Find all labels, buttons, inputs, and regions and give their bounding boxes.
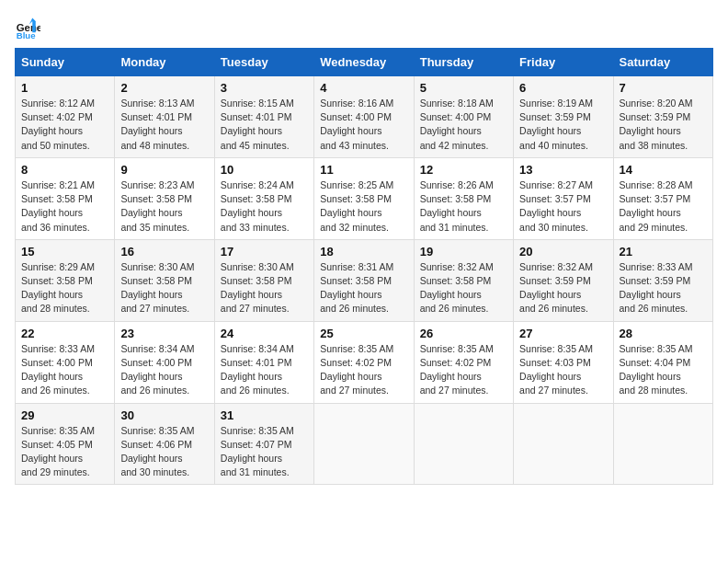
- day-detail: Sunrise: 8:26 AM Sunset: 3:58 PM Dayligh…: [420, 178, 507, 235]
- day-detail: Sunrise: 8:27 AM Sunset: 3:57 PM Dayligh…: [519, 178, 607, 235]
- calendar-cell: 24 Sunrise: 8:34 AM Sunset: 4:01 PM Dayl…: [214, 321, 313, 403]
- weekday-header-thursday: Thursday: [414, 49, 513, 76]
- day-number: 30: [120, 408, 208, 422]
- day-number: 23: [120, 327, 208, 340]
- calendar-cell: [314, 403, 414, 485]
- day-detail: Sunrise: 8:35 AM Sunset: 4:05 PM Dayligh…: [21, 424, 108, 480]
- logo-icon: Gene Blue: [15, 15, 40, 40]
- calendar-cell: 31 Sunrise: 8:35 AM Sunset: 4:07 PM Dayl…: [214, 403, 313, 485]
- day-detail: Sunrise: 8:35 AM Sunset: 4:02 PM Dayligh…: [420, 342, 507, 398]
- day-detail: Sunrise: 8:35 AM Sunset: 4:03 PM Dayligh…: [519, 342, 607, 398]
- weekday-header-friday: Friday: [514, 49, 613, 76]
- day-number: 17: [221, 245, 308, 259]
- calendar-cell: 26 Sunrise: 8:35 AM Sunset: 4:02 PM Dayl…: [414, 321, 513, 403]
- logo: Gene Blue: [15, 15, 44, 40]
- calendar-cell: 23 Sunrise: 8:34 AM Sunset: 4:00 PM Dayl…: [115, 321, 214, 403]
- day-number: 10: [221, 163, 308, 177]
- day-number: 21: [620, 245, 707, 259]
- day-detail: Sunrise: 8:30 AM Sunset: 3:58 PM Dayligh…: [221, 260, 308, 316]
- calendar-cell: 2 Sunrise: 8:13 AM Sunset: 4:01 PM Dayli…: [115, 76, 214, 158]
- calendar-cell: 21 Sunrise: 8:33 AM Sunset: 3:59 PM Dayl…: [613, 239, 712, 321]
- day-number: 26: [420, 327, 507, 340]
- calendar-cell: 16 Sunrise: 8:30 AM Sunset: 3:58 PM Dayl…: [115, 239, 214, 321]
- day-detail: Sunrise: 8:30 AM Sunset: 3:58 PM Dayligh…: [120, 260, 208, 316]
- day-detail: Sunrise: 8:21 AM Sunset: 3:58 PM Dayligh…: [21, 178, 108, 235]
- day-detail: Sunrise: 8:32 AM Sunset: 3:59 PM Dayligh…: [519, 260, 607, 316]
- calendar-cell: 19 Sunrise: 8:32 AM Sunset: 3:58 PM Dayl…: [414, 239, 513, 321]
- calendar-cell: 18 Sunrise: 8:31 AM Sunset: 3:58 PM Dayl…: [314, 239, 414, 321]
- calendar-cell: 1 Sunrise: 8:12 AM Sunset: 4:02 PM Dayli…: [16, 76, 115, 158]
- weekday-header-wednesday: Wednesday: [314, 49, 414, 76]
- calendar-week-row: 15 Sunrise: 8:29 AM Sunset: 3:58 PM Dayl…: [16, 239, 713, 321]
- calendar-cell: 9 Sunrise: 8:23 AM Sunset: 3:58 PM Dayli…: [115, 157, 214, 239]
- weekday-header-saturday: Saturday: [613, 49, 712, 76]
- calendar-cell: 5 Sunrise: 8:18 AM Sunset: 4:00 PM Dayli…: [414, 76, 513, 158]
- day-detail: Sunrise: 8:12 AM Sunset: 4:02 PM Dayligh…: [21, 97, 108, 153]
- calendar-cell: 6 Sunrise: 8:19 AM Sunset: 3:59 PM Dayli…: [514, 76, 613, 158]
- calendar-cell: 8 Sunrise: 8:21 AM Sunset: 3:58 PM Dayli…: [16, 157, 115, 239]
- calendar-cell: 14 Sunrise: 8:28 AM Sunset: 3:57 PM Dayl…: [613, 157, 712, 239]
- day-detail: Sunrise: 8:34 AM Sunset: 4:00 PM Dayligh…: [120, 342, 208, 398]
- calendar-cell: 22 Sunrise: 8:33 AM Sunset: 4:00 PM Dayl…: [16, 321, 115, 403]
- weekday-header-sunday: Sunday: [16, 49, 115, 76]
- weekday-header-monday: Monday: [115, 49, 214, 76]
- day-detail: Sunrise: 8:34 AM Sunset: 4:01 PM Dayligh…: [221, 342, 308, 398]
- day-number: 14: [620, 163, 707, 177]
- day-detail: Sunrise: 8:32 AM Sunset: 3:58 PM Dayligh…: [420, 260, 507, 316]
- calendar-week-row: 22 Sunrise: 8:33 AM Sunset: 4:00 PM Dayl…: [16, 321, 713, 403]
- calendar-header-row: SundayMondayTuesdayWednesdayThursdayFrid…: [16, 49, 713, 76]
- day-detail: Sunrise: 8:13 AM Sunset: 4:01 PM Dayligh…: [120, 97, 208, 153]
- day-detail: Sunrise: 8:35 AM Sunset: 4:06 PM Dayligh…: [120, 424, 208, 480]
- calendar-cell: 30 Sunrise: 8:35 AM Sunset: 4:06 PM Dayl…: [115, 403, 214, 485]
- day-number: 2: [120, 81, 208, 95]
- day-number: 4: [320, 81, 407, 95]
- calendar-cell: 4 Sunrise: 8:16 AM Sunset: 4:00 PM Dayli…: [314, 76, 414, 158]
- day-detail: Sunrise: 8:31 AM Sunset: 3:58 PM Dayligh…: [320, 260, 407, 316]
- calendar-cell: [414, 403, 513, 485]
- day-detail: Sunrise: 8:25 AM Sunset: 3:58 PM Dayligh…: [320, 178, 407, 235]
- day-number: 22: [21, 327, 108, 340]
- calendar-cell: 3 Sunrise: 8:15 AM Sunset: 4:01 PM Dayli…: [214, 76, 313, 158]
- calendar-week-row: 1 Sunrise: 8:12 AM Sunset: 4:02 PM Dayli…: [16, 76, 713, 158]
- calendar-cell: 13 Sunrise: 8:27 AM Sunset: 3:57 PM Dayl…: [514, 157, 613, 239]
- calendar-cell: 25 Sunrise: 8:35 AM Sunset: 4:02 PM Dayl…: [314, 321, 414, 403]
- calendar-cell: 7 Sunrise: 8:20 AM Sunset: 3:59 PM Dayli…: [613, 76, 712, 158]
- calendar-table: SundayMondayTuesdayWednesdayThursdayFrid…: [15, 48, 713, 485]
- calendar-cell: 20 Sunrise: 8:32 AM Sunset: 3:59 PM Dayl…: [514, 239, 613, 321]
- day-number: 16: [120, 245, 208, 259]
- calendar-week-row: 29 Sunrise: 8:35 AM Sunset: 4:05 PM Dayl…: [16, 403, 713, 485]
- day-detail: Sunrise: 8:15 AM Sunset: 4:01 PM Dayligh…: [221, 97, 308, 153]
- weekday-header-tuesday: Tuesday: [214, 49, 313, 76]
- day-number: 5: [420, 81, 507, 95]
- calendar-cell: 28 Sunrise: 8:35 AM Sunset: 4:04 PM Dayl…: [613, 321, 712, 403]
- day-detail: Sunrise: 8:28 AM Sunset: 3:57 PM Dayligh…: [620, 178, 707, 235]
- day-number: 28: [620, 327, 707, 340]
- calendar-cell: [613, 403, 712, 485]
- day-detail: Sunrise: 8:29 AM Sunset: 3:58 PM Dayligh…: [21, 260, 108, 316]
- day-number: 29: [21, 408, 108, 422]
- day-detail: Sunrise: 8:19 AM Sunset: 3:59 PM Dayligh…: [519, 97, 607, 153]
- day-detail: Sunrise: 8:18 AM Sunset: 4:00 PM Dayligh…: [420, 97, 507, 153]
- day-number: 12: [420, 163, 507, 177]
- day-detail: Sunrise: 8:20 AM Sunset: 3:59 PM Dayligh…: [620, 97, 707, 153]
- day-detail: Sunrise: 8:35 AM Sunset: 4:07 PM Dayligh…: [221, 424, 308, 480]
- day-number: 15: [21, 245, 108, 259]
- day-number: 20: [519, 245, 607, 259]
- day-detail: Sunrise: 8:35 AM Sunset: 4:04 PM Dayligh…: [620, 342, 707, 398]
- day-number: 7: [620, 81, 707, 95]
- calendar-cell: 15 Sunrise: 8:29 AM Sunset: 3:58 PM Dayl…: [16, 239, 115, 321]
- day-detail: Sunrise: 8:16 AM Sunset: 4:00 PM Dayligh…: [320, 97, 407, 153]
- day-number: 27: [519, 327, 607, 340]
- day-number: 9: [120, 163, 208, 177]
- day-detail: Sunrise: 8:24 AM Sunset: 3:58 PM Dayligh…: [221, 178, 308, 235]
- calendar-cell: 27 Sunrise: 8:35 AM Sunset: 4:03 PM Dayl…: [514, 321, 613, 403]
- day-number: 19: [420, 245, 507, 259]
- day-number: 25: [320, 327, 407, 340]
- day-number: 13: [519, 163, 607, 177]
- day-number: 3: [221, 81, 308, 95]
- day-number: 11: [320, 163, 407, 177]
- calendar-cell: 12 Sunrise: 8:26 AM Sunset: 3:58 PM Dayl…: [414, 157, 513, 239]
- calendar-cell: 17 Sunrise: 8:30 AM Sunset: 3:58 PM Dayl…: [214, 239, 313, 321]
- day-number: 6: [519, 81, 607, 95]
- day-detail: Sunrise: 8:33 AM Sunset: 3:59 PM Dayligh…: [620, 260, 707, 316]
